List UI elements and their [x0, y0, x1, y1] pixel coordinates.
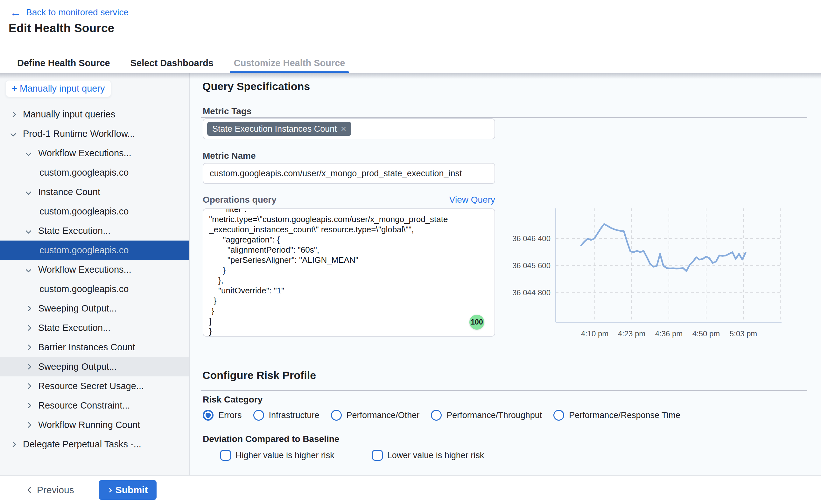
chevron-right-icon	[107, 487, 112, 493]
tab-define-health-source[interactable]: Define Health Source	[15, 53, 112, 73]
tree-item-custom-googleapis-co[interactable]: custom.googleapis.co	[0, 202, 189, 221]
tree-item-manually-input-queries[interactable]: Manually input queries	[0, 105, 189, 124]
chip-close-icon[interactable]: ×	[341, 124, 347, 134]
tree-item-delegate-perpetual-tasks[interactable]: Delegate Perpetual Tasks -...	[0, 435, 189, 454]
tree-item-sweeping-output[interactable]: Sweeping Output...	[0, 357, 189, 376]
radio-icon[interactable]	[431, 410, 442, 421]
chevron-down-icon[interactable]	[24, 151, 32, 155]
tree-item-workflow-executions[interactable]: Workflow Executions...	[0, 143, 189, 163]
risk-category-performance-other[interactable]: Performance/Other	[331, 410, 420, 421]
deviation-label: Deviation Compared to Baseline	[203, 434, 339, 444]
tree-item-label: State Execution...	[38, 226, 110, 236]
chevron-right-icon[interactable]	[24, 403, 32, 408]
deviation-higher-value-is-higher-risk[interactable]: Higher value is higher risk	[220, 450, 334, 461]
operations-query-textarea[interactable]: "filter": "metric.type=\"custom.googleap…	[203, 208, 495, 337]
checkbox-label: Higher value is higher risk	[235, 451, 334, 460]
configure-risk-profile-title: Configure Risk Profile	[202, 369, 316, 381]
metric-line	[581, 224, 746, 271]
tree-item-label: custom.googleapis.co	[39, 167, 129, 178]
footer: Previous Submit	[0, 475, 821, 504]
query-specifications-title: Query Specifications	[202, 80, 310, 93]
tree-item-label: Manually input queries	[23, 109, 115, 120]
chevron-down-icon[interactable]	[24, 229, 32, 233]
chevron-right-icon[interactable]	[24, 384, 32, 388]
metric-chart: 36 046 40036 045 60036 044 8004:10 pm4:2…	[508, 205, 791, 342]
operations-query-text: "filter": "metric.type=\"custom.googleap…	[209, 208, 489, 336]
view-query-link[interactable]: View Query	[449, 195, 495, 205]
chevron-right-icon[interactable]	[9, 442, 17, 446]
chevron-right-icon[interactable]	[24, 345, 32, 349]
checkbox-label: Lower value is higher risk	[387, 451, 484, 460]
chevron-right-icon[interactable]	[24, 423, 32, 427]
checkbox-icon[interactable]	[372, 450, 383, 461]
operations-query-label: Operations query	[203, 195, 277, 205]
sidebar-tree: Manually input queriesProd-1 Runtime Wor…	[0, 105, 189, 454]
tree-item-resource-secret-usage[interactable]: Resource Secret Usage...	[0, 376, 189, 396]
svg-text:4:50 pm: 4:50 pm	[692, 329, 720, 338]
svg-text:36 044 800: 36 044 800	[512, 288, 551, 297]
add-manual-query-button[interactable]: + Manually input query	[6, 80, 111, 97]
tree-item-label: Workflow Executions...	[38, 148, 131, 158]
radio-icon[interactable]	[553, 410, 564, 421]
metric-tags-input[interactable]: State Execution Instances Count ×	[203, 118, 495, 139]
tree-item-label: Workflow Running Count	[38, 420, 140, 430]
tree-item-label: Workflow Executions...	[38, 264, 131, 275]
metric-name-label: Metric Name	[203, 151, 256, 161]
radio-label: Infrastructure	[269, 410, 319, 420]
chevron-right-icon[interactable]	[9, 112, 17, 116]
radio-label: Errors	[218, 410, 242, 420]
page-header: ← Back to monitored service Edit Health …	[0, 0, 821, 53]
svg-text:4:36 pm: 4:36 pm	[655, 329, 683, 338]
tree-item-custom-googleapis-co[interactable]: custom.googleapis.co	[0, 163, 189, 182]
operations-query-row: Operations query View Query	[203, 195, 495, 205]
risk-category-infrastructure[interactable]: Infrastructure	[253, 410, 319, 421]
radio-selected-icon[interactable]	[203, 410, 214, 421]
risk-category-performance-response-time[interactable]: Performance/Response Time	[553, 410, 680, 421]
svg-text:4:10 pm: 4:10 pm	[581, 329, 609, 338]
metric-tag-chip[interactable]: State Execution Instances Count ×	[207, 122, 351, 136]
back-link-label[interactable]: Back to monitored service	[26, 7, 129, 17]
tab-bar: Define Health SourceSelect DashboardsCus…	[0, 53, 821, 73]
tab-customize-health-source[interactable]: Customize Health Source	[232, 53, 347, 73]
checkbox-icon[interactable]	[220, 450, 231, 461]
tree-item-label: custom.googleapis.co	[39, 245, 129, 255]
metric-name-input[interactable]	[203, 163, 495, 184]
metric-tag-chip-label: State Execution Instances Count	[212, 124, 337, 134]
page-title: Edit Health Source	[9, 22, 115, 35]
tab-select-dashboards[interactable]: Select Dashboards	[129, 53, 215, 73]
chevron-right-icon[interactable]	[24, 326, 32, 330]
tree-item-label: Instance Count	[38, 187, 100, 197]
risk-category-performance-throughput[interactable]: Performance/Throughput	[431, 410, 542, 421]
tree-item-label: Resource Secret Usage...	[38, 381, 144, 391]
back-link[interactable]: ← Back to monitored service	[10, 7, 129, 18]
tree-item-state-execution[interactable]: State Execution...	[0, 318, 189, 338]
chevron-down-icon[interactable]	[24, 268, 32, 272]
risk-category-options: ErrorsInfrastructurePerformance/OtherPer…	[203, 410, 680, 421]
tree-item-prod-1-runtime-workflow[interactable]: Prod-1 Runtime Workflow...	[0, 124, 189, 143]
tree-item-label: Sweeping Output...	[38, 303, 117, 314]
tree-item-custom-googleapis-co[interactable]: custom.googleapis.co	[0, 241, 189, 260]
tree-item-sweeping-output[interactable]: Sweeping Output...	[0, 299, 189, 318]
tree-item-resource-constraint[interactable]: Resource Constraint...	[0, 396, 189, 415]
tree-item-barrier-instances-count[interactable]: Barrier Instances Count	[0, 338, 189, 357]
tree-item-instance-count[interactable]: Instance Count	[0, 182, 189, 202]
submit-button[interactable]: Submit	[99, 480, 157, 500]
tree-item-custom-googleapis-co[interactable]: custom.googleapis.co	[0, 279, 189, 299]
radio-icon[interactable]	[253, 410, 264, 421]
chevron-right-icon[interactable]	[24, 365, 32, 369]
radio-icon[interactable]	[331, 410, 342, 421]
submit-button-label: Submit	[116, 485, 148, 495]
tree-item-workflow-executions[interactable]: Workflow Executions...	[0, 260, 189, 279]
tree-item-label: custom.googleapis.co	[39, 206, 129, 217]
chevron-down-icon[interactable]	[9, 132, 17, 136]
tree-item-label: Resource Constraint...	[38, 400, 130, 411]
risk-category-errors[interactable]: Errors	[203, 410, 242, 421]
tree-item-workflow-running-count[interactable]: Workflow Running Count	[0, 415, 189, 435]
tree-item-label: custom.googleapis.co	[39, 284, 129, 294]
chevron-right-icon[interactable]	[24, 306, 32, 311]
tree-item-state-execution[interactable]: State Execution...	[0, 221, 189, 241]
previous-button[interactable]: Previous	[28, 485, 74, 495]
deviation-lower-value-is-higher-risk[interactable]: Lower value is higher risk	[372, 450, 484, 461]
chevron-down-icon[interactable]	[24, 190, 32, 194]
query-health-badge: 100	[469, 315, 484, 330]
